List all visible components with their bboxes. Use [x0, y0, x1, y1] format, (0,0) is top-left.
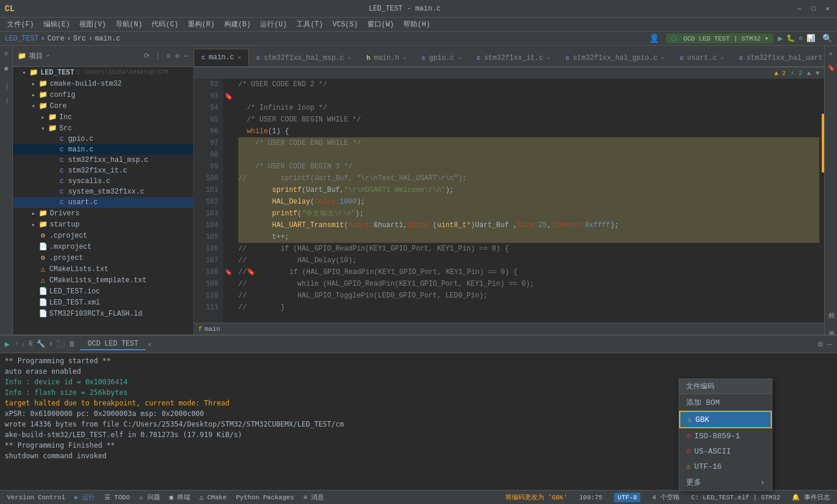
- breadcrumb-core[interactable]: Core: [48, 35, 65, 43]
- nav-up-btn[interactable]: ▲: [807, 70, 811, 77]
- tab-usart-c[interactable]: c usart.c ✕: [672, 49, 731, 66]
- sidebar-item-flash-ld[interactable]: ▸ 📄 STM32F103RCTx_FLASH.ld: [13, 308, 193, 319]
- left-btn-4[interactable]: ▐: [1, 95, 12, 107]
- search-button[interactable]: 🔍: [822, 33, 832, 43]
- menu-code[interactable]: 代码(C): [147, 18, 183, 31]
- ctx-utf16[interactable]: ⚠ UTF-16: [679, 459, 772, 474]
- menu-navigate[interactable]: 导航(N): [111, 18, 147, 31]
- sidebar-item-main-c[interactable]: ▸ c main.c: [13, 144, 193, 155]
- sidebar-close-btn[interactable]: —: [184, 52, 188, 60]
- menu-tools[interactable]: 工具(T): [292, 18, 328, 31]
- run-play-btn[interactable]: ▶: [5, 339, 9, 349]
- tab-stm32-it[interactable]: c stm32f1xx_it.c ✕: [469, 49, 558, 66]
- sidebar-item-led-test[interactable]: ▾ 📁 LED_TEST C:\Users\25354\Desktop\STM: [13, 67, 193, 78]
- ctx-usascii[interactable]: ⊘ US-ASCII: [679, 444, 772, 459]
- warning-count[interactable]: ▲ 2: [774, 70, 786, 77]
- ctx-iso[interactable]: ⊘ ISO-8859-1: [679, 428, 772, 444]
- left-btn-3[interactable]: ▐: [1, 81, 12, 93]
- sidebar-item-syscalls[interactable]: ▸ c syscalls.c: [13, 176, 193, 187]
- sidebar-item-gpio-c[interactable]: ▸ c gpio.c: [13, 134, 193, 144]
- menu-window[interactable]: 窗口(W): [363, 18, 399, 31]
- sidebar-item-core[interactable]: ▾ 📁 Core: [13, 100, 193, 111]
- bottom-tab-close[interactable]: ✕: [148, 341, 151, 348]
- run-tool-btn[interactable]: 🔧: [36, 340, 45, 349]
- tab-close-btn[interactable]: ✕: [546, 55, 550, 62]
- python-packages-tab[interactable]: Python Packages: [234, 494, 296, 501]
- sidebar-item-usart-c[interactable]: ▸ c usart.c: [13, 197, 193, 208]
- tab-close-btn[interactable]: ✕: [347, 55, 351, 62]
- sidebar-item-drivers[interactable]: ▸ 📁 Drivers: [13, 208, 193, 219]
- status-spaces[interactable]: 4 个空格: [650, 493, 681, 502]
- cmake-tab[interactable]: △ CMake: [197, 493, 229, 501]
- sidebar-item-cmakelists-tmpl[interactable]: ▸ △ CMakeLists_template.txt: [13, 275, 193, 286]
- run-button[interactable]: ▶: [778, 33, 782, 43]
- menu-refactor[interactable]: 重构(R): [183, 18, 220, 31]
- bottom-tab-run[interactable]: OCD LED TEST: [80, 339, 145, 350]
- problems-tab[interactable]: ⚠ 问题: [137, 493, 162, 502]
- sidebar-expand-btn[interactable]: ⋮: [154, 52, 161, 60]
- right-sidebar-btn-3[interactable]: 结构: [825, 302, 837, 313]
- run-pause-btn[interactable]: R: [29, 340, 33, 349]
- run-up-btn[interactable]: ↑: [14, 340, 18, 349]
- avatar-icon[interactable]: 👤: [649, 33, 659, 43]
- sidebar-item-inc[interactable]: ▸ 📁 Inc: [13, 111, 193, 123]
- tab-close-btn[interactable]: ✕: [458, 55, 461, 62]
- breadcrumb-src[interactable]: Src: [73, 35, 86, 43]
- menu-edit[interactable]: 编辑(E): [39, 18, 75, 31]
- event-log-btn[interactable]: 🔔 事件日志: [789, 493, 832, 502]
- menu-view[interactable]: 视图(V): [75, 18, 111, 31]
- sidebar-item-system-stm32[interactable]: ▸ c system_stm32f1xx.c: [13, 187, 193, 197]
- tab-hal-msp[interactable]: c stm32f1xx_hal_msp.c ✕: [249, 49, 359, 66]
- sidebar-item-cmakelists[interactable]: ▸ △ CMakeLists.txt: [13, 263, 193, 275]
- ctx-add-bom[interactable]: 添加 BOM: [679, 394, 772, 411]
- menu-vcs[interactable]: VCS(S): [328, 19, 362, 30]
- sidebar-sync-btn[interactable]: ⟳: [144, 52, 150, 60]
- code-editor[interactable]: 92 93 94 95 96 97 98 99 100 101 102 103 …: [194, 79, 824, 334]
- sidebar-item-cmake-build[interactable]: ▸ 📁 cmake-build-stm32: [13, 78, 193, 89]
- close-button[interactable]: ✕: [823, 4, 832, 13]
- nav-down-btn[interactable]: ▼: [815, 70, 819, 77]
- tab-close-btn[interactable]: ✕: [403, 55, 406, 62]
- version-control-tab[interactable]: Version Control: [5, 494, 68, 501]
- tab-hal-gpio[interactable]: c stm32f1xx_hal_gpio.c ✕: [558, 49, 673, 66]
- ctx-more[interactable]: 更多 ›: [679, 474, 772, 491]
- sidebar-item-startup[interactable]: ▸ 📁 startup: [13, 219, 193, 230]
- sidebar-item-led-test-xml[interactable]: ▸ 📄 LED_TEST.xml: [13, 297, 193, 308]
- right-sidebar-btn-1[interactable]: ≡: [825, 48, 837, 60]
- menu-run[interactable]: 运行(U): [255, 18, 292, 31]
- status-position[interactable]: 109:75: [577, 494, 605, 501]
- coverage-button[interactable]: ⊙: [799, 34, 803, 43]
- tab-close-btn[interactable]: ✕: [238, 54, 241, 61]
- breadcrumb-file[interactable]: main.c: [95, 35, 120, 43]
- sidebar-settings-btn[interactable]: ⚙: [176, 52, 180, 60]
- maximize-button[interactable]: □: [809, 4, 818, 13]
- menu-build[interactable]: 构建(B): [220, 18, 256, 31]
- sidebar-item-src[interactable]: ▾ 📁 Src: [13, 123, 193, 134]
- tab-hal-uart[interactable]: c stm32f1xx_hal_uart.c ✕: [731, 49, 824, 66]
- minimize-button[interactable]: —: [795, 4, 804, 13]
- status-encoding[interactable]: UTF-8: [614, 493, 640, 502]
- sidebar-item-cproject[interactable]: ▸ ⚙ .cproject: [13, 230, 193, 241]
- tab-close-btn[interactable]: ✕: [661, 55, 664, 62]
- menu-help[interactable]: 帮助(H): [399, 18, 435, 31]
- run-share-btn[interactable]: ⬆: [49, 340, 53, 349]
- tab-main-c[interactable]: c main.c ✕: [194, 49, 249, 66]
- debug-button[interactable]: 🐛: [787, 34, 795, 43]
- left-btn-2[interactable]: ◼: [1, 62, 12, 74]
- sidebar-item-hal-msp[interactable]: ▸ c stm32f1xx_hal_msp.c: [13, 155, 193, 165]
- right-sidebar-btn-4[interactable]: 书签: [825, 320, 837, 332]
- sidebar-item-config[interactable]: ▸ 📁 config: [13, 89, 193, 100]
- bottom-settings-btn[interactable]: ⚙: [818, 339, 822, 349]
- sidebar-item-mxproject[interactable]: ▸ 📄 .mxproject: [13, 241, 193, 252]
- code-content[interactable]: /* USER CODE END 2 */ /* Infinite loop *…: [234, 79, 824, 334]
- run-more-btn[interactable]: ⬛: [56, 340, 65, 349]
- menu-file[interactable]: 文件(F): [2, 18, 39, 31]
- sidebar-collapse-btn[interactable]: ≡: [166, 52, 170, 60]
- tab-gpio-c[interactable]: c gpio.c ✕: [414, 49, 469, 66]
- run-tab[interactable]: ▶ 运行: [72, 493, 97, 502]
- bottom-hide-btn[interactable]: —: [828, 340, 832, 349]
- run-down-btn[interactable]: ↓: [21, 340, 25, 349]
- sidebar-item-project[interactable]: ▸ ⚙ .project: [13, 252, 193, 263]
- profile-button[interactable]: 📊: [806, 34, 815, 43]
- sidebar-item-led-test-ioc[interactable]: ▸ 📄 LED_TEST.ioc: [13, 286, 193, 297]
